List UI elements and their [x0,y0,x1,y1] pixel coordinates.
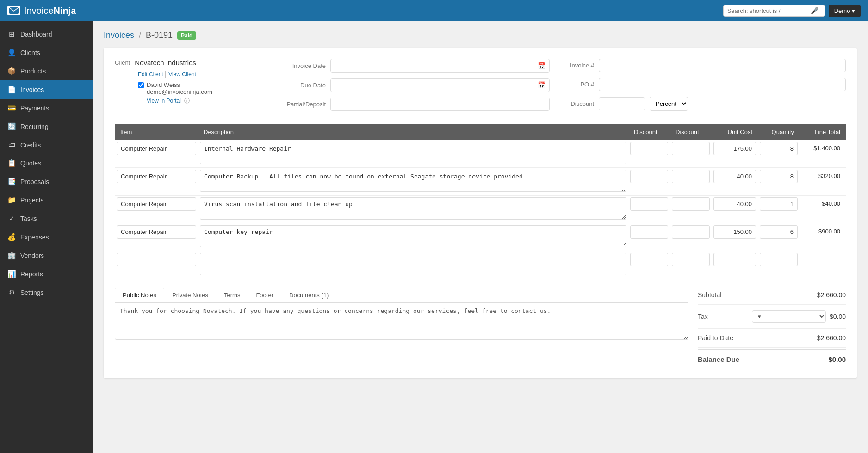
discount1-input-2[interactable] [630,197,668,211]
sidebar-item-vendors[interactable]: 🏢Vendors [0,246,93,265]
col-line-total: Line Total [800,124,846,140]
quantity-input-0[interactable] [760,142,798,155]
item-input-3[interactable] [117,225,196,239]
demo-button[interactable]: Demo ▾ [829,5,861,17]
paid-to-date-row: Paid to Date $2,660.00 [698,331,846,345]
tab-footer[interactable]: Footer [248,288,281,302]
invoice-date-row: Invoice Date Jun 3, 2018 📅 [270,59,550,73]
client-label: Client [115,59,130,66]
client-field-row: Client Novatech Industries [115,59,254,67]
view-portal-link[interactable]: View In Portal [147,98,181,104]
tab-terms[interactable]: Terms [216,288,248,302]
sidebar-item-credits[interactable]: 🏷Credits [0,136,93,154]
search-box[interactable]: 🎤 [723,5,825,17]
client-section: Client Novatech Industries Edit Client |… [115,59,254,115]
unit-cost-input-3[interactable] [713,225,756,239]
discount-input[interactable] [599,97,645,110]
sidebar-item-dashboard[interactable]: ⊞Dashboard [0,25,93,43]
discount2-input-1[interactable] [672,170,710,183]
content-area: Invoices / B-0191 Paid Client Novatech I… [93,21,868,453]
sidebar-item-settings[interactable]: ⚙Settings [0,283,93,302]
description-input-1[interactable]: Computer Backup - All files can now be f… [200,170,626,192]
item-input-4[interactable] [117,253,196,266]
calendar-icon[interactable]: 📅 [534,59,549,72]
item-input-1[interactable] [117,170,196,183]
quantity-input-3[interactable] [760,225,798,239]
sidebar-item-tasks[interactable]: ✓Tasks [0,209,93,228]
brand-text: InvoiceNinja [24,6,76,16]
unit-cost-input-4[interactable] [713,253,756,266]
sidebar-label-clients: Clients [20,49,40,56]
discount1-input-1[interactable] [630,170,668,183]
due-date-field[interactable]: Jun 3, 2018 📅 [330,78,550,92]
sidebar-label-credits: Credits [20,141,41,149]
description-input-2[interactable]: Virus scan installation and file clean u… [200,197,626,220]
discount2-input-3[interactable] [672,225,710,239]
breadcrumb-current: B-0191 [146,31,173,40]
po-input[interactable] [599,78,846,91]
sidebar-item-quotes[interactable]: 📋Quotes [0,154,93,172]
envelope-icon [7,6,20,15]
search-input[interactable] [727,7,811,14]
sidebar-label-settings: Settings [20,289,44,296]
item-input-0[interactable] [117,142,196,155]
discount2-input-4[interactable] [672,253,710,266]
sidebar-item-proposals[interactable]: 📑Proposals [0,172,93,191]
breadcrumb-invoices-link[interactable]: Invoices [104,31,134,40]
edit-client-link[interactable]: Edit Client [138,71,163,78]
sidebar-item-reports[interactable]: 📊Reports [0,265,93,283]
description-input-0[interactable]: Internal Hardware Repair [200,142,626,164]
partial-deposit-input[interactable] [330,98,550,111]
tax-select[interactable]: ▾ [752,310,826,323]
due-date-input[interactable]: Jun 3, 2018 [331,79,534,92]
projects-icon: 📁 [7,196,16,204]
contact-checkbox[interactable] [138,82,144,88]
tab-public_notes[interactable]: Public Notes [115,288,164,302]
quantity-input-4[interactable] [760,253,798,266]
line-total-4 [801,253,844,258]
invoice-header: Client Novatech Industries Edit Client |… [115,59,846,115]
sidebar-item-payments[interactable]: 💳Payments [0,99,93,117]
public-notes-textarea[interactable]: Thank you for choosing Novatech. If you … [115,303,688,340]
view-client-link[interactable]: View Client [168,71,196,78]
col-discount2: Discount [670,124,712,140]
sidebar-item-expenses[interactable]: 💰Expenses [0,228,93,246]
discount-row: Discount Percent Amount [557,97,846,111]
quantity-input-2[interactable] [760,197,798,211]
main-layout: ⊞Dashboard👤Clients📦Products📄Invoices💳Pay… [0,21,868,453]
invoice-date-field[interactable]: Jun 3, 2018 📅 [330,59,550,73]
sidebar-item-recurring[interactable]: 🔄Recurring [0,117,93,136]
unit-cost-input-0[interactable] [713,142,756,155]
unit-cost-input-2[interactable] [713,197,756,211]
balance-due-value: $0.00 [828,355,846,363]
discount-type-select[interactable]: Percent Amount [650,97,688,111]
quantity-input-1[interactable] [760,170,798,183]
discount-label: Discount [557,100,594,107]
table-row: Computer Backup - All files can now be f… [115,168,846,196]
discount1-input-4[interactable] [630,253,668,266]
totals-section: Subtotal $2,660.00 Tax ▾ $0.00 [698,288,846,367]
discount1-input-3[interactable] [630,225,668,239]
description-input-3[interactable]: Computer key repair [200,225,626,247]
invoice-num-input[interactable]: B-0191 [599,59,846,72]
sidebar-item-products[interactable]: 📦Products [0,62,93,80]
tax-label: Tax [698,313,708,320]
discount1-input-0[interactable] [630,142,668,155]
sidebar-label-reports: Reports [20,270,43,278]
due-calendar-icon[interactable]: 📅 [534,79,549,92]
discount2-input-0[interactable] [672,142,710,155]
sidebar-item-invoices[interactable]: 📄Invoices [0,80,93,99]
unit-cost-input-1[interactable] [713,170,756,183]
sidebar-item-clients[interactable]: 👤Clients [0,43,93,62]
item-input-2[interactable] [117,197,196,211]
description-input-4[interactable] [200,253,626,275]
due-date-row: Due Date Jun 3, 2018 📅 [270,78,550,92]
sidebar-item-projects[interactable]: 📁Projects [0,191,93,209]
recurring-icon: 🔄 [7,122,16,131]
discount2-input-2[interactable] [672,197,710,211]
tab-private_notes[interactable]: Private Notes [164,288,216,302]
breadcrumb-separator: / [139,31,141,40]
sidebar-label-quotes: Quotes [20,159,41,167]
invoice-date-input[interactable]: Jun 3, 2018 [331,60,534,72]
tab-documents[interactable]: Documents (1) [281,288,336,302]
